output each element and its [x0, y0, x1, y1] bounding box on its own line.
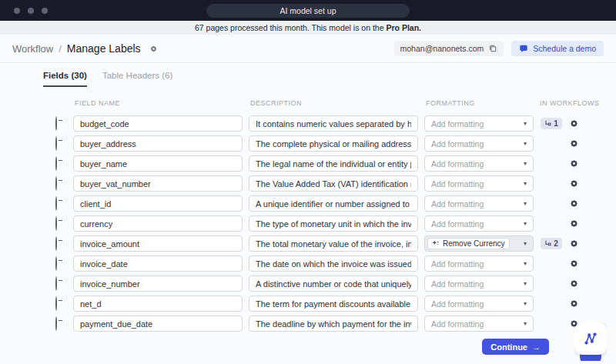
field-name-input[interactable]: [73, 316, 243, 332]
field-description-input[interactable]: [249, 195, 418, 212]
remove-field-button[interactable]: [55, 176, 57, 191]
field-description-input[interactable]: [249, 135, 418, 152]
field-description-input[interactable]: [249, 235, 418, 252]
field-name-input[interactable]: [73, 175, 243, 192]
column-header-description: DESCRIPTION: [249, 99, 418, 107]
remove-field-button[interactable]: [55, 316, 57, 331]
field-description-input[interactable]: [249, 115, 418, 132]
model-settings-gear-icon[interactable]: [149, 45, 158, 53]
remove-field-button[interactable]: [55, 156, 57, 171]
page-header: Workflow / Manage Labels mohan@nanonets.…: [0, 35, 616, 62]
formatting-dropdown[interactable]: Add formatting ▾: [424, 155, 534, 172]
continue-label: Continue: [490, 342, 527, 352]
window-controls: [14, 0, 48, 21]
field-settings-gear-icon[interactable]: [569, 259, 579, 269]
formatting-dropdown[interactable]: Add formatting ▾: [424, 215, 534, 232]
chevron-down-icon: ▾: [524, 160, 527, 167]
formatting-dropdown[interactable]: Add formatting ▾: [424, 276, 534, 292]
chevron-down-icon: ▾: [524, 260, 527, 267]
remove-field-button[interactable]: [55, 136, 57, 151]
field-name-input[interactable]: [73, 215, 243, 232]
chevron-down-icon: ▾: [524, 120, 527, 127]
window-minimize-button[interactable]: [28, 8, 34, 14]
remove-field-button[interactable]: [55, 216, 57, 231]
field-name-input[interactable]: [73, 235, 243, 252]
table-row: Add formatting ▾: [0, 155, 616, 172]
window-title: AI model set up: [280, 6, 336, 15]
workflow-count-badge[interactable]: 2: [541, 238, 562, 249]
field-settings-gear-icon[interactable]: [569, 119, 579, 129]
schedule-demo-button[interactable]: Schedule a demo: [511, 41, 604, 56]
account-email-chip[interactable]: mohan@nanonets.com: [394, 41, 504, 56]
field-settings-gear-icon[interactable]: [569, 139, 579, 149]
tab-table-headers[interactable]: Table Headers (6): [102, 71, 172, 87]
remove-field-button[interactable]: [55, 296, 57, 311]
field-settings-gear-icon[interactable]: [569, 159, 579, 169]
remove-field-button[interactable]: [55, 116, 57, 131]
field-settings-gear-icon[interactable]: [569, 279, 579, 289]
column-header-formatting: FORMATTING: [424, 99, 534, 107]
field-name-input[interactable]: [73, 135, 243, 152]
table-row: Add formatting ▾: [0, 195, 616, 212]
remove-field-button[interactable]: [55, 236, 57, 251]
formatting-dropdown[interactable]: Remove Currency ▾: [424, 235, 534, 252]
formatting-placeholder: Add formatting: [431, 119, 484, 129]
field-description-input[interactable]: [249, 276, 418, 292]
formatting-placeholder: Add formatting: [431, 259, 484, 269]
breadcrumb-separator: /: [59, 43, 62, 55]
chevron-down-icon: ▾: [524, 300, 527, 307]
formatting-dropdown[interactable]: Add formatting ▾: [424, 135, 534, 152]
formatting-dropdown[interactable]: Add formatting ▾: [424, 175, 534, 192]
field-description-input[interactable]: [249, 155, 418, 172]
chevron-down-icon: ▾: [524, 180, 527, 187]
field-description-input[interactable]: [249, 255, 418, 272]
field-description-input[interactable]: [249, 175, 418, 192]
field-settings-gear-icon[interactable]: [569, 219, 579, 229]
field-name-input[interactable]: [73, 276, 243, 292]
remove-field-button[interactable]: [55, 256, 57, 271]
formatting-placeholder: Add formatting: [431, 199, 484, 209]
formatting-dropdown[interactable]: Add formatting ▾: [424, 115, 534, 132]
label-tabs: Fields (30) Table Headers (6): [0, 63, 616, 87]
table-column-headers: FIELD NAME DESCRIPTION FORMATTING IN WOR…: [0, 98, 616, 109]
formatting-chip: Remove Currency: [427, 238, 510, 249]
workflow-count-badge[interactable]: 1: [541, 118, 562, 129]
workflow-count: 2: [554, 239, 558, 248]
workflow-tree-icon: [544, 240, 551, 247]
tab-fields[interactable]: Fields (30): [43, 71, 87, 87]
field-name-input[interactable]: [73, 195, 243, 212]
remove-field-button[interactable]: [55, 276, 57, 291]
remove-field-button[interactable]: [55, 196, 57, 211]
field-settings-gear-icon[interactable]: [569, 239, 579, 249]
field-name-input[interactable]: [73, 115, 243, 132]
field-description-input[interactable]: [249, 316, 418, 332]
breadcrumb-workflow-link[interactable]: Workflow: [12, 43, 53, 55]
field-description-input[interactable]: [249, 215, 418, 232]
formatting-dropdown[interactable]: Add formatting ▾: [424, 296, 534, 312]
copy-icon[interactable]: [488, 44, 497, 53]
window-maximize-button[interactable]: [42, 8, 48, 14]
field-description-input[interactable]: [249, 296, 418, 312]
table-row: Add formatting ▾: [0, 175, 616, 192]
window-close-button[interactable]: [14, 8, 20, 14]
field-settings-gear-icon[interactable]: [569, 179, 579, 189]
field-name-input[interactable]: [73, 296, 243, 312]
field-settings-gear-icon[interactable]: [569, 299, 579, 309]
formatting-placeholder: Add formatting: [431, 299, 484, 309]
nanonets-logo: [574, 322, 607, 355]
formatting-dropdown[interactable]: Add formatting ▾: [424, 316, 534, 332]
field-name-input[interactable]: [73, 155, 243, 172]
nanonets-chat-widget[interactable]: [574, 322, 607, 361]
continue-button[interactable]: Continue →: [482, 339, 549, 355]
window-title-pill: AI model set up: [206, 4, 410, 18]
formatting-dropdown[interactable]: Add formatting ▾: [424, 255, 534, 272]
banner-message: 67 pages processed this month. This mode…: [195, 23, 384, 32]
field-settings-gear-icon[interactable]: [569, 199, 579, 209]
table-row: Remove Currency ▾ 2: [0, 235, 616, 252]
chevron-down-icon: ▾: [524, 200, 527, 207]
formatting-dropdown[interactable]: Add formatting ▾: [424, 195, 534, 212]
arrow-right-icon: →: [532, 342, 541, 352]
plus-sparkle-icon: [432, 240, 440, 248]
table-row: Add formatting ▾: [0, 316, 616, 332]
field-name-input[interactable]: [73, 255, 243, 272]
